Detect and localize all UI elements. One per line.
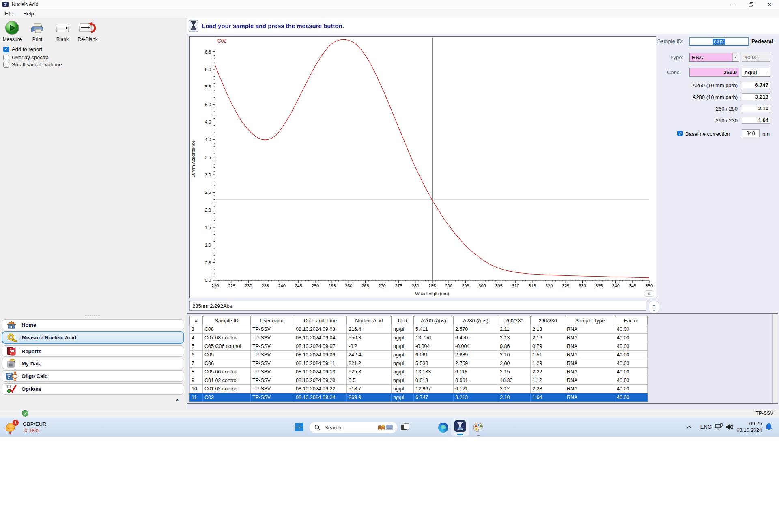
table-cell: RNA [565,325,615,334]
unit-dropdown[interactable]: ng/µl ⌄ [742,68,770,77]
sidebar-item-reports[interactable]: Reports [2,345,184,357]
blank-button[interactable]: Blank [52,20,73,42]
table-row[interactable]: 8C05 06 controlTP-SSV08.10.2024 09:13525… [190,368,648,376]
type-dropdown[interactable]: RNA ▾ [689,53,739,62]
sidebar-item-measure-nucleic-acid[interactable]: Measure Nucleic Acid [2,331,184,344]
shield-check-icon [22,410,28,417]
table-row[interactable]: 10C01 02 controlTP-SSV08.10.2024 09:2251… [190,385,648,393]
mode-label: Pedestal [751,38,773,44]
paint-app-icon[interactable] [473,423,484,433]
checkbox-overlay-spectra[interactable]: Overlay spectra [3,54,49,60]
table-cell: 5.530 [414,359,454,368]
type-value: RNA [690,54,732,60]
sidebar-item-options[interactable]: Options [2,383,184,395]
network-icon[interactable] [715,423,723,432]
results-scrollbar[interactable] [772,314,777,403]
sidebar-item-home[interactable]: Home [2,319,184,330]
oligo-calc-icon [5,371,17,381]
chart-sample-label: C02 [217,38,226,44]
menu-file[interactable]: File [0,11,18,17]
table-row[interactable]: 11C02TP-SSV08.10.2024 09:24269.9ng/µl6.7… [190,393,648,402]
minimize-button[interactable]: – [723,0,742,9]
measure-button[interactable]: Measure [2,20,23,42]
table-row[interactable]: 9C01 02 controlTP-SSV08.10.2024 09:200.5… [190,376,648,385]
nucleic-acid-app-taskbar-icon[interactable] [451,418,469,436]
table-row[interactable]: 7C06TP-SSV08.10.2024 09:11221.2ng/µl5.53… [190,359,648,368]
table-collapse-button[interactable]: ⌄⌄ [649,301,659,313]
sample-id-input[interactable]: C02 [689,37,749,46]
column-header[interactable]: Sample ID [203,316,251,325]
volume-icon[interactable] [726,423,734,432]
restore-button[interactable] [742,0,760,9]
table-cell: 5 [190,342,203,351]
svg-text:285: 285 [428,283,436,288]
table-cell: 242.4 [347,351,392,359]
column-header[interactable]: # [190,316,203,325]
screen: Nucleic Acid – ✕ File Help Measure Print [0,0,779,532]
panel-splitter[interactable]: ......... [0,313,186,316]
table-cell: ng/µl [392,351,414,359]
checkbox-small-sample-volume[interactable]: Small sample volume [3,62,62,68]
widgets-button[interactable]: 1 ▼ GBP/EUR -0.18% [6,420,47,435]
results-table: #Sample IDUser nameDate and TimeNucleic … [189,316,648,402]
table-cell: C08 [203,325,251,334]
start-button[interactable] [295,423,305,432]
table-cell: -0.2 [347,342,392,351]
instrument-icon [189,20,198,32]
svg-text:325: 325 [562,283,569,288]
spectrum-chart-panel: 2202252302352402452502552602652702752802… [189,36,656,298]
sidebar-more-chevron[interactable]: » [173,397,181,404]
column-header[interactable]: A280 (Abs) [454,316,498,325]
language-indicator[interactable]: ENG [700,424,712,430]
clock[interactable]: 09:25 08.10.2024 [736,420,762,433]
table-cell: ng/µl [392,368,414,376]
menu-help[interactable]: Help [18,11,39,17]
baseline-wavelength-field[interactable]: 340 [742,129,760,137]
column-header[interactable]: 260/230 [531,316,565,325]
checkbox-add-to-report[interactable]: ✓ Add to report [3,46,42,52]
table-row[interactable]: 4C07 08 controlTP-SSV08.10.2024 09:04550… [190,334,648,342]
table-cell: RNA [565,376,615,385]
table-cell: TP-SSV [251,368,294,376]
column-header[interactable]: Nucleic Acid [347,316,392,325]
table-cell: 3 [190,325,203,334]
column-header[interactable]: A260 (Abs) [414,316,454,325]
table-cell: 550.3 [347,334,392,342]
table-cell: C01 02 control [203,376,251,385]
table-cell: 2.00 [498,359,531,368]
print-button[interactable]: Print [27,20,48,42]
running-indicator [457,434,463,435]
table-cell: 40.00 [615,325,648,334]
reblank-button[interactable]: Re-Blank [77,20,98,42]
factor-field[interactable]: 40.00 [742,53,770,62]
tray-expand-chevron[interactable] [686,424,692,430]
search-box[interactable]: Search [309,421,398,433]
sidebar-item-oligo-calc[interactable]: Oligo Calc [2,370,184,382]
widget-change: -0.18% [23,427,47,433]
menu-bar: File Help [0,9,779,18]
conc-field[interactable]: 269.9 [689,68,739,77]
sidebar-item-my-data[interactable]: My Data [2,358,184,369]
task-view-button[interactable] [401,423,410,431]
table-row[interactable]: 6C05TP-SSV08.10.2024 09:09242.4ng/µl6.06… [190,351,648,359]
column-header[interactable]: 260/280 [498,316,531,325]
baseline-correction-checkbox[interactable]: ✓ [677,131,683,136]
column-header[interactable]: Unit [392,316,414,325]
table-cell: 4 [190,334,203,342]
chart-collapse-left-button[interactable]: « [644,290,654,297]
notification-bell-icon[interactable] [765,423,773,432]
running-indicator [477,435,480,436]
edge-browser-icon[interactable] [438,423,448,433]
table-row[interactable]: 5C05 C06 controlTP-SSV08.10.2024 09:07-0… [190,342,648,351]
column-header[interactable]: Date and Time [294,316,347,325]
table-cell: TP-SSV [251,393,294,402]
close-button[interactable]: ✕ [760,0,779,9]
table-row[interactable]: 3C08TP-SSV08.10.2024 09:03216.4ng/µl5.41… [190,325,648,334]
table-cell: 0.013 [414,376,454,385]
home-icon [5,320,17,330]
column-header[interactable]: User name [251,316,294,325]
column-header[interactable]: Sample Type [565,316,615,325]
table-cell: C05 [203,351,251,359]
column-header[interactable]: Factor [615,316,648,325]
svg-text:2.5: 2.5 [205,190,211,195]
